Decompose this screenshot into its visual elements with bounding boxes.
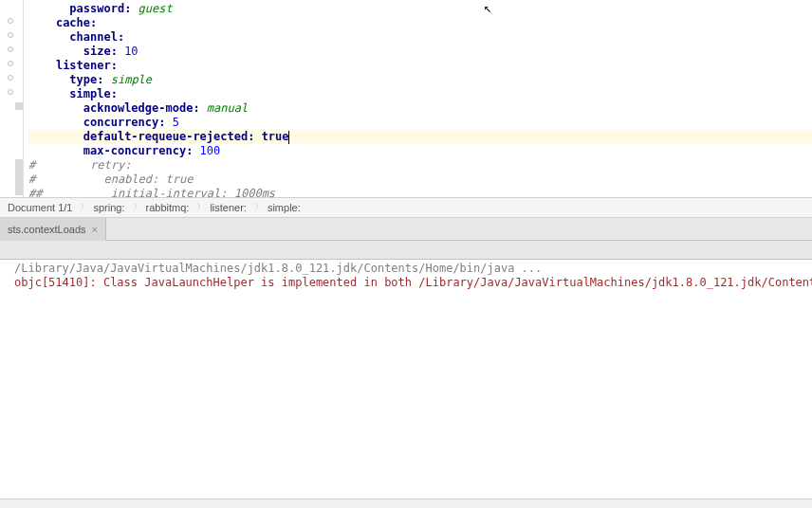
code-line[interactable]: simple: (28, 87, 812, 101)
breadcrumb-doc[interactable]: Document 1/1 (8, 197, 72, 218)
breadcrumb-item-rabbitmq[interactable]: rabbitmq: (146, 197, 190, 218)
run-tab[interactable]: sts.contextLoads × (0, 218, 106, 241)
chevron-right-icon: 〉 (254, 197, 264, 218)
editor-gutter (0, 0, 24, 197)
code-line[interactable]: cache: (28, 16, 812, 30)
breadcrumb-item-simple[interactable]: simple: (268, 197, 301, 218)
breadcrumb-item-spring[interactable]: spring: (93, 197, 124, 218)
code-line[interactable]: channel: (28, 30, 812, 45)
breadcrumb-item-listener[interactable]: listener: (210, 197, 247, 218)
chevron-right-icon: 〉 (133, 197, 142, 218)
code-line[interactable]: size: 10 (28, 45, 812, 59)
code-line[interactable]: default-requeue-rejected: true (28, 130, 812, 144)
console-toolbar (0, 241, 812, 260)
close-icon[interactable]: × (92, 218, 98, 241)
code-line[interactable]: password: guest (28, 2, 812, 16)
console-output[interactable]: /Library/Java/JavaVirtualMachines/jdk1.8… (0, 260, 812, 499)
breadcrumb-bar: Document 1/1 〉 spring: 〉 rabbitmq: 〉 lis… (0, 197, 812, 218)
chevron-right-icon: 〉 (196, 197, 206, 218)
code-line[interactable]: max-concurrency: 100 (28, 144, 812, 158)
tab-label: sts.contextLoads (8, 218, 86, 241)
code-editor[interactable]: password: guest cache: channel: size: 10… (0, 0, 812, 197)
text-cursor (288, 131, 289, 144)
code-line[interactable]: acknowledge-mode: manual (28, 101, 812, 116)
code-line[interactable]: type: simple (28, 73, 812, 87)
code-line[interactable]: concurrency: 5 (28, 116, 812, 130)
code-line[interactable]: listener: (28, 59, 812, 73)
console-line: objc[51410]: Class JavaLaunchHelper is i… (14, 276, 812, 289)
console-line: /Library/Java/JavaVirtualMachines/jdk1.8… (14, 262, 542, 275)
status-bar (0, 499, 812, 508)
run-tab-bar: sts.contextLoads × (0, 218, 812, 241)
code-line[interactable]: # enabled: true (28, 172, 812, 187)
code-line[interactable]: # retry: (28, 158, 812, 172)
chevron-right-icon: 〉 (80, 197, 89, 218)
